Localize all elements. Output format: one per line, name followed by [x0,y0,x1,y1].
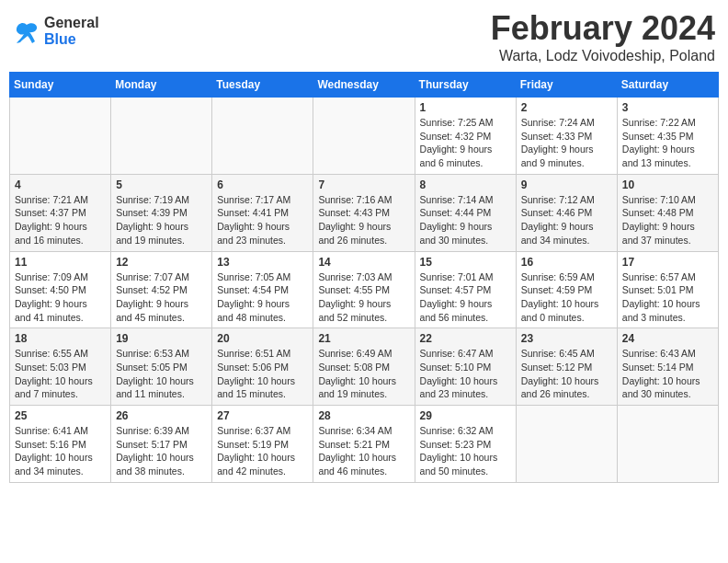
day-info: Sunrise: 7:19 AM Sunset: 4:39 PM Dayligh… [116,193,207,247]
calendar-day-cell: 14Sunrise: 7:03 AM Sunset: 4:55 PM Dayli… [313,251,415,328]
calendar-week-row: 1Sunrise: 7:25 AM Sunset: 4:32 PM Daylig… [10,98,719,175]
calendar-day-cell: 21Sunrise: 6:49 AM Sunset: 5:08 PM Dayli… [313,328,415,406]
calendar-day-cell: 10Sunrise: 7:10 AM Sunset: 4:48 PM Dayli… [617,174,718,251]
day-of-week-header: Thursday [415,73,516,98]
calendar-day-cell: 28Sunrise: 6:34 AM Sunset: 5:21 PM Dayli… [313,406,415,483]
day-number: 2 [521,101,612,114]
calendar-header-row: SundayMondayTuesdayWednesdayThursdayFrid… [10,73,719,98]
day-number: 16 [521,256,612,269]
day-of-week-header: Wednesday [313,73,415,98]
calendar-day-cell: 23Sunrise: 6:45 AM Sunset: 5:12 PM Dayli… [516,328,617,406]
title-block: February 2024 Warta, Lodz Voivodeship, P… [491,9,715,64]
day-info: Sunrise: 7:01 AM Sunset: 4:57 PM Dayligh… [420,270,511,325]
calendar-day-cell: 15Sunrise: 7:01 AM Sunset: 4:57 PM Dayli… [415,251,516,328]
day-number: 17 [622,256,713,269]
page-header: General Blue February 2024 Warta, Lodz V… [9,9,719,64]
day-number: 4 [15,178,106,191]
day-info: Sunrise: 6:34 AM Sunset: 5:21 PM Dayligh… [318,424,409,478]
day-number: 14 [318,256,409,269]
calendar-day-cell: 24Sunrise: 6:43 AM Sunset: 5:14 PM Dayli… [617,328,718,406]
calendar-table: SundayMondayTuesdayWednesdayThursdayFrid… [9,72,719,483]
calendar-day-cell: 6Sunrise: 7:17 AM Sunset: 4:41 PM Daylig… [212,174,313,251]
location: Warta, Lodz Voivodeship, Poland [491,48,715,64]
day-number: 18 [15,332,106,345]
calendar-day-cell: 9Sunrise: 7:12 AM Sunset: 4:46 PM Daylig… [516,174,617,251]
day-info: Sunrise: 7:17 AM Sunset: 4:41 PM Dayligh… [217,193,308,247]
day-of-week-header: Monday [111,73,212,98]
calendar-day-cell [10,98,111,175]
calendar-day-cell [516,406,617,483]
calendar-day-cell: 2Sunrise: 7:24 AM Sunset: 4:33 PM Daylig… [516,98,617,175]
day-info: Sunrise: 6:49 AM Sunset: 5:08 PM Dayligh… [318,347,409,401]
day-number: 28 [318,409,409,422]
day-info: Sunrise: 6:45 AM Sunset: 5:12 PM Dayligh… [521,347,612,401]
calendar-day-cell: 8Sunrise: 7:14 AM Sunset: 4:44 PM Daylig… [415,174,516,251]
day-info: Sunrise: 6:51 AM Sunset: 5:06 PM Dayligh… [217,347,308,401]
day-of-week-header: Friday [516,73,617,98]
calendar-day-cell: 12Sunrise: 7:07 AM Sunset: 4:52 PM Dayli… [111,251,212,328]
logo-text: General Blue [44,15,99,48]
calendar-day-cell [212,98,313,175]
day-number: 23 [521,332,612,345]
calendar-day-cell: 19Sunrise: 6:53 AM Sunset: 5:05 PM Dayli… [111,328,212,406]
day-number: 1 [420,101,511,114]
logo: General Blue [13,15,99,48]
day-number: 5 [116,178,207,191]
calendar-day-cell: 16Sunrise: 6:59 AM Sunset: 4:59 PM Dayli… [516,251,617,328]
day-info: Sunrise: 6:59 AM Sunset: 4:59 PM Dayligh… [521,270,612,325]
day-number: 9 [521,178,612,191]
calendar-day-cell [111,98,212,175]
day-info: Sunrise: 7:14 AM Sunset: 4:44 PM Dayligh… [420,193,511,247]
day-number: 6 [217,178,308,191]
day-number: 7 [318,178,409,191]
calendar-week-row: 11Sunrise: 7:09 AM Sunset: 4:50 PM Dayli… [10,251,719,328]
day-number: 11 [15,256,106,269]
calendar-day-cell: 17Sunrise: 6:57 AM Sunset: 5:01 PM Dayli… [617,251,718,328]
day-info: Sunrise: 7:09 AM Sunset: 4:50 PM Dayligh… [15,270,106,325]
calendar-day-cell: 13Sunrise: 7:05 AM Sunset: 4:54 PM Dayli… [212,251,313,328]
day-number: 25 [15,409,106,422]
day-number: 15 [420,256,511,269]
month-title: February 2024 [491,9,715,48]
day-info: Sunrise: 7:24 AM Sunset: 4:33 PM Dayligh… [521,116,612,170]
day-info: Sunrise: 7:21 AM Sunset: 4:37 PM Dayligh… [15,193,106,247]
calendar-day-cell: 4Sunrise: 7:21 AM Sunset: 4:37 PM Daylig… [10,174,111,251]
day-info: Sunrise: 7:03 AM Sunset: 4:55 PM Dayligh… [318,270,409,325]
calendar-day-cell: 11Sunrise: 7:09 AM Sunset: 4:50 PM Dayli… [10,251,111,328]
day-number: 29 [420,409,511,422]
day-info: Sunrise: 6:43 AM Sunset: 5:14 PM Dayligh… [622,347,713,401]
day-info: Sunrise: 6:57 AM Sunset: 5:01 PM Dayligh… [622,270,713,325]
day-number: 22 [420,332,511,345]
day-number: 21 [318,332,409,345]
calendar-day-cell: 22Sunrise: 6:47 AM Sunset: 5:10 PM Dayli… [415,328,516,406]
day-of-week-header: Sunday [10,73,111,98]
calendar-day-cell: 26Sunrise: 6:39 AM Sunset: 5:17 PM Dayli… [111,406,212,483]
calendar-week-row: 18Sunrise: 6:55 AM Sunset: 5:03 PM Dayli… [10,328,719,406]
day-info: Sunrise: 7:25 AM Sunset: 4:32 PM Dayligh… [420,116,511,170]
day-number: 13 [217,256,308,269]
day-number: 24 [622,332,713,345]
calendar-day-cell: 3Sunrise: 7:22 AM Sunset: 4:35 PM Daylig… [617,98,718,175]
day-of-week-header: Tuesday [212,73,313,98]
calendar-week-row: 4Sunrise: 7:21 AM Sunset: 4:37 PM Daylig… [10,174,719,251]
calendar-day-cell: 27Sunrise: 6:37 AM Sunset: 5:19 PM Dayli… [212,406,313,483]
calendar-day-cell: 5Sunrise: 7:19 AM Sunset: 4:39 PM Daylig… [111,174,212,251]
day-number: 8 [420,178,511,191]
day-of-week-header: Saturday [617,73,718,98]
day-number: 12 [116,256,207,269]
day-info: Sunrise: 7:22 AM Sunset: 4:35 PM Dayligh… [622,116,713,170]
logo-icon [13,17,40,45]
day-info: Sunrise: 6:32 AM Sunset: 5:23 PM Dayligh… [420,424,511,478]
day-number: 20 [217,332,308,345]
day-number: 3 [622,101,713,114]
day-info: Sunrise: 6:47 AM Sunset: 5:10 PM Dayligh… [420,347,511,401]
day-info: Sunrise: 6:41 AM Sunset: 5:16 PM Dayligh… [15,424,106,478]
calendar-day-cell: 18Sunrise: 6:55 AM Sunset: 5:03 PM Dayli… [10,328,111,406]
day-number: 19 [116,332,207,345]
day-info: Sunrise: 7:12 AM Sunset: 4:46 PM Dayligh… [521,193,612,247]
calendar-day-cell: 29Sunrise: 6:32 AM Sunset: 5:23 PM Dayli… [415,406,516,483]
calendar-day-cell: 1Sunrise: 7:25 AM Sunset: 4:32 PM Daylig… [415,98,516,175]
day-number: 27 [217,409,308,422]
calendar-day-cell: 20Sunrise: 6:51 AM Sunset: 5:06 PM Dayli… [212,328,313,406]
calendar-day-cell [313,98,415,175]
